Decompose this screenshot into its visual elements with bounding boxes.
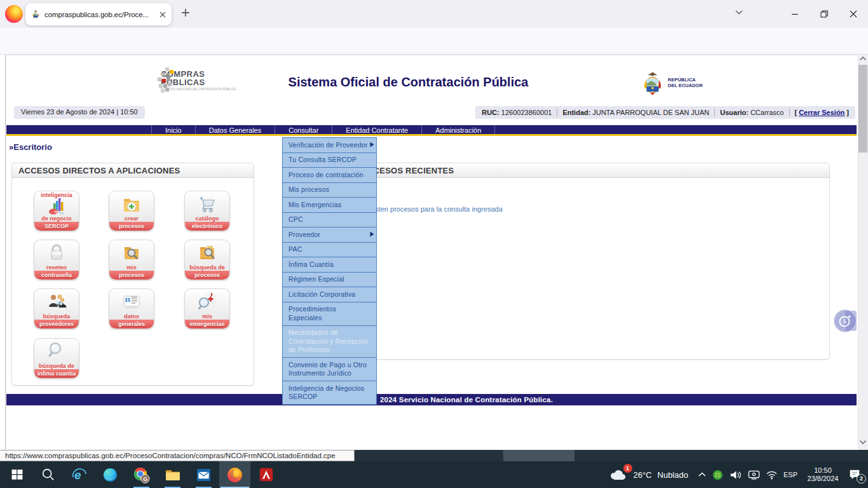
tray-chevron-up-icon[interactable] bbox=[698, 471, 707, 478]
acrobat-icon bbox=[259, 467, 274, 482]
people-icon bbox=[34, 290, 79, 314]
list-tabs-chevron-icon[interactable] bbox=[735, 9, 743, 15]
taskbar-app-edge[interactable] bbox=[95, 461, 126, 488]
notification-badge: 2 bbox=[857, 474, 866, 484]
floating-clock-widget[interactable] bbox=[834, 309, 857, 332]
screen: compraspublicas.gob.ec/Proce... bbox=[0, 0, 868, 488]
dropdown-item-label: Mis Emergencias bbox=[288, 201, 342, 208]
compras-publicas-logo: COMPRAS PUBLICAS SERVICIO NACIONAL DE CO… bbox=[158, 66, 234, 99]
tile-mid-label: catálogo bbox=[185, 215, 229, 222]
tile-mid-label: mis bbox=[109, 264, 154, 271]
tile-banner-label: electrónico bbox=[185, 222, 229, 231]
taskbar-app-chrome[interactable]: G bbox=[126, 461, 157, 488]
recent-processes-panel: PROCESOS RECIENTES No existen procesos p… bbox=[348, 163, 830, 360]
start-icon bbox=[10, 468, 24, 482]
logout-link[interactable]: Cerrar Sesión bbox=[799, 109, 844, 116]
window-close-button[interactable] bbox=[839, 0, 868, 28]
dropdown-item-pac[interactable]: PAC bbox=[282, 243, 377, 258]
dropdown-item-convenio-de-pago-u-otro-instrumento-juridico[interactable]: Convenio de Pago u Otro Instrumento Jurí… bbox=[282, 358, 377, 381]
tile-banner-label: procesos bbox=[109, 222, 154, 231]
language-indicator[interactable]: ESP bbox=[783, 471, 797, 478]
ecuador-crest-icon bbox=[641, 69, 665, 97]
search-icon bbox=[34, 339, 79, 363]
shortcut-datos-generales[interactable]: datosgenerales bbox=[109, 288, 154, 329]
nav-item-entidad-contratante[interactable]: Entidad Contratante bbox=[332, 125, 421, 134]
mail-icon bbox=[196, 467, 212, 483]
nav-item-inicio[interactable]: Inicio bbox=[151, 125, 195, 134]
dropdown-item-mis-emergencias[interactable]: Mis Emergencias bbox=[282, 198, 377, 213]
dropdown-item-label: Régimen Especial bbox=[288, 275, 344, 283]
logo-pixel bbox=[165, 88, 169, 92]
tile-mid-label: mis bbox=[185, 313, 229, 320]
shortcut-de-negocio-sercop[interactable]: inteligenciade negocioSERCOP bbox=[34, 191, 79, 231]
dropdown-item-tu-consulta-sercop[interactable]: Tu Consulta SERCOP bbox=[282, 153, 377, 168]
dropdown-item-proveedor[interactable]: Proveedor bbox=[282, 227, 377, 243]
shortcut-mis-emergencias[interactable]: misemergencias bbox=[184, 288, 230, 329]
taskbar-app-internet-explorer[interactable]: e bbox=[64, 461, 95, 488]
nav-item-administracion[interactable]: Administración bbox=[421, 125, 495, 134]
consultar-dropdown-menu: Verificación de ProveedorTu Consulta SER… bbox=[282, 137, 377, 405]
taskbar-app-start[interactable] bbox=[1, 461, 32, 488]
dropdown-item-regimen-especial[interactable]: Régimen Especial bbox=[282, 273, 377, 288]
windows-taskbar: eG 1 26°C Nublado ESP bbox=[0, 461, 868, 488]
shortcut-busqueda-proveedores[interactable]: búsquedaproveedores bbox=[34, 288, 79, 329]
shortcut-crear-procesos[interactable]: crearprocesos bbox=[109, 191, 154, 231]
logo-pixel bbox=[170, 70, 173, 74]
dropdown-item-inteligencia-de-negocios-sercop[interactable]: Inteligencia de Negocios SERCOP bbox=[282, 381, 377, 405]
tile-banner-label: procesos bbox=[109, 271, 154, 280]
shortcut-busqueda-de-infima-cuantia[interactable]: búsqueda deinfima cuantia bbox=[34, 338, 79, 379]
firefox-logo-icon bbox=[5, 5, 23, 23]
dropdown-item-label: Mis procesos bbox=[288, 186, 329, 193]
datetime-bar: Viernes 23 de Agosto de 2024 | 10:50 bbox=[14, 106, 145, 119]
scrollbar-down-icon[interactable] bbox=[859, 440, 867, 445]
browser-tab[interactable]: compraspublicas.gob.ec/Proce... bbox=[25, 3, 172, 25]
taskbar-app-firefox[interactable] bbox=[219, 461, 250, 488]
logo-pixel bbox=[166, 78, 170, 81]
dropdown-item-procedimientos-especiales[interactable]: Procedimientos Especiales bbox=[282, 302, 377, 326]
ruc-value: 1260023860001 bbox=[501, 109, 552, 116]
logo-tagline: SERVICIO NACIONAL DE CONTRATACIÓN PÚBLIC… bbox=[161, 88, 236, 91]
user-label: Usuario: bbox=[720, 109, 749, 116]
dropdown-item-label: Proceso de contratación bbox=[288, 171, 363, 179]
dropdown-item-verificacion-de-proveedor[interactable]: Verificación de Proveedor bbox=[282, 137, 377, 153]
scrollbar-up-icon[interactable] bbox=[859, 56, 867, 61]
nav-item-consultar[interactable]: Consultar bbox=[275, 125, 332, 134]
volume-icon[interactable] bbox=[729, 470, 742, 480]
taskbar-app-search[interactable] bbox=[32, 461, 64, 488]
taskbar-app-file-explorer[interactable] bbox=[157, 461, 188, 488]
weather-widget[interactable]: 1 bbox=[609, 467, 628, 482]
tab-close-icon[interactable] bbox=[159, 11, 166, 18]
shortcut-mis-procesos[interactable]: misprocesos bbox=[109, 240, 154, 280]
id-card-icon bbox=[109, 290, 154, 314]
taskbar-clock[interactable]: 10:50 23/8/2024 bbox=[803, 466, 843, 483]
antivirus-icon[interactable] bbox=[712, 470, 723, 480]
dropdown-item-necesidades-de-contratacion-y-recepcion-de-proformas[interactable]: Necesidades de Contratación y Recepción … bbox=[282, 326, 377, 358]
scrollbar-thumb[interactable] bbox=[858, 65, 867, 152]
window-restore-button[interactable] bbox=[810, 0, 839, 28]
cast-icon[interactable] bbox=[748, 470, 760, 480]
dropdown-item-cpc[interactable]: CPC bbox=[282, 213, 377, 228]
shortcut-busqueda-de-procesos[interactable]: búsqueda deprocesos bbox=[184, 240, 230, 280]
dropdown-item-infima-cuantia[interactable]: Ínfima Cuantía bbox=[282, 257, 377, 273]
weather-condition[interactable]: Nublado bbox=[658, 470, 688, 480]
user-value: CCarrasco bbox=[750, 109, 784, 116]
new-tab-button[interactable] bbox=[180, 8, 191, 18]
nav-item-datos-generales[interactable]: Datos Generales bbox=[195, 125, 275, 134]
browser-toolbar: https://www.compraspublicas.gob.ec/Proce… bbox=[0, 28, 868, 55]
taskbar-apps: eG bbox=[1, 461, 281, 488]
notification-center[interactable]: 2 bbox=[848, 468, 861, 481]
window-minimize-button[interactable] bbox=[780, 0, 810, 28]
dropdown-item-licitacion-corporativa[interactable]: Licitación Corporativa bbox=[282, 287, 377, 302]
tile-mid-label: búsqueda de bbox=[34, 363, 79, 369]
clock-date: 23/8/2024 bbox=[803, 475, 843, 483]
dropdown-item-mis-procesos[interactable]: Mis procesos bbox=[282, 183, 377, 198]
taskbar-app-acrobat[interactable] bbox=[250, 461, 281, 488]
taskbar-app-mail[interactable] bbox=[188, 461, 219, 488]
weather-temperature[interactable]: 26°C bbox=[634, 470, 652, 480]
shortcut-reseteo-contrasena[interactable]: reseteocontraseña bbox=[34, 240, 79, 280]
shortcut-catalogo-electronico[interactable]: catálogoelectrónico bbox=[184, 191, 230, 231]
dropdown-item-proceso-de-contratacion[interactable]: Proceso de contratación bbox=[282, 168, 377, 183]
logo-pixel bbox=[159, 84, 163, 88]
session-info-bar: RUC: 1260023860001 Entidad: JUNTA PARROQ… bbox=[475, 106, 855, 119]
wifi-icon[interactable] bbox=[766, 470, 778, 480]
